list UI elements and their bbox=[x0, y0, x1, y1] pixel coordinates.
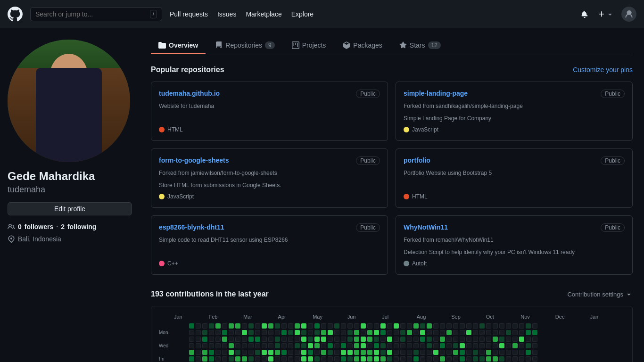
month-apr: Apr bbox=[278, 314, 313, 320]
lang-label-5: AutoIt bbox=[412, 260, 427, 267]
lang-dot-5 bbox=[404, 261, 409, 266]
new-item-button[interactable] bbox=[596, 8, 616, 20]
emoji-button[interactable]: 😊 bbox=[110, 142, 125, 157]
lang-dot-3 bbox=[404, 194, 409, 199]
popular-repos-header: Popular repositories Customize your pins bbox=[151, 66, 633, 74]
month-jan2: Jan bbox=[590, 314, 625, 320]
repo-name-5[interactable]: WhyNotWin11 bbox=[404, 223, 448, 231]
location-text: Bali, Indonesia bbox=[18, 235, 61, 243]
repo-lang-4: C++ bbox=[159, 260, 380, 267]
repo-name-2[interactable]: form-to-google-sheets bbox=[159, 156, 229, 164]
contrib-settings-label: Contribution settings bbox=[567, 291, 623, 298]
emoji-icon: 😊 bbox=[113, 146, 123, 155]
repo-fork-5: Forked from rcmaehl/WhyNotWin11 bbox=[404, 236, 625, 244]
month-nov: Nov bbox=[520, 314, 555, 320]
repo-visibility-0: Public bbox=[356, 90, 380, 98]
tab-repositories[interactable]: Repositories 9 bbox=[207, 38, 282, 54]
tab-repos-badge: 9 bbox=[265, 41, 275, 49]
repo-name-1[interactable]: simple-landing-page bbox=[404, 90, 468, 97]
repo-lang-1: JavaScript bbox=[404, 126, 625, 133]
lang-dot-2 bbox=[159, 194, 165, 199]
search-input[interactable] bbox=[35, 10, 146, 18]
month-jan1: Jan bbox=[174, 314, 209, 320]
tab-repos-label: Repositories bbox=[225, 41, 262, 49]
search-bar[interactable]: / bbox=[30, 7, 162, 21]
header-nav: Pull requests Issues Marketplace Explore bbox=[170, 10, 571, 18]
sidebar: 😊 Gede Mahardika tudemaha Edit profile 0… bbox=[0, 28, 140, 362]
contribution-graph: Jan Feb Mar Apr May Jun Jul Aug Sep Oct … bbox=[151, 306, 633, 362]
repo-card-0: tudemaha.github.io Public Website for tu… bbox=[151, 82, 388, 141]
tab-overview-label: Overview bbox=[169, 41, 198, 49]
lang-label-1: JavaScript bbox=[412, 126, 438, 133]
profile-tabs: Overview Repositories 9 Projects Packag bbox=[151, 38, 633, 54]
lang-label-3: HTML bbox=[412, 193, 428, 200]
repo-visibility-1: Public bbox=[601, 90, 625, 98]
followers-count: 0 bbox=[18, 223, 22, 230]
repo-grid: tudemaha.github.io Public Website for tu… bbox=[151, 82, 633, 275]
repo-lang-5: AutoIt bbox=[404, 260, 625, 267]
month-dec: Dec bbox=[555, 314, 590, 320]
contrib-months: Jan Feb Mar Apr May Jun Jul Aug Sep Oct … bbox=[159, 314, 625, 320]
repo-card-4: esp8266-blynk-dht11 Public Simple code t… bbox=[151, 215, 388, 275]
repo-card-1: simple-landing-page Public Forked from s… bbox=[396, 82, 633, 141]
month-mar: Mar bbox=[243, 314, 278, 320]
lang-label-4: C++ bbox=[167, 260, 178, 267]
followers-info: 0 followers · 2 following bbox=[8, 223, 132, 230]
repo-visibility-5: Public bbox=[601, 223, 625, 232]
repo-name-3[interactable]: portfolio bbox=[404, 156, 430, 164]
repo-desc-2: Store HTML form submissions in Google Sh… bbox=[159, 181, 380, 189]
followers-label: followers bbox=[25, 223, 53, 230]
repo-name-0[interactable]: tudemaha.github.io bbox=[159, 90, 220, 97]
lang-dot-0 bbox=[159, 127, 165, 132]
repo-name-4[interactable]: esp8266-blynk-dht11 bbox=[159, 223, 224, 231]
tab-stars[interactable]: Stars 12 bbox=[392, 38, 448, 54]
repo-lang-2: JavaScript bbox=[159, 193, 380, 200]
contributions-header: 193 contributions in the last year Contr… bbox=[151, 290, 633, 298]
lang-label-2: JavaScript bbox=[167, 193, 194, 200]
edit-profile-button[interactable]: Edit profile bbox=[8, 202, 132, 215]
repo-desc-4: Simple code to read DHT11 sensor using E… bbox=[159, 236, 380, 244]
profile-avatar: 😊 bbox=[8, 40, 130, 162]
tab-packages[interactable]: Packages bbox=[335, 38, 389, 54]
month-oct: Oct bbox=[486, 314, 521, 320]
month-jun: Jun bbox=[347, 314, 382, 320]
tab-projects[interactable]: Projects bbox=[284, 38, 334, 54]
following-count: 2 bbox=[61, 223, 65, 230]
repo-lang-3: HTML bbox=[404, 193, 625, 200]
repo-visibility-4: Public bbox=[356, 223, 380, 232]
contribution-settings-button[interactable]: Contribution settings bbox=[567, 290, 633, 298]
tab-overview[interactable]: Overview bbox=[151, 38, 206, 54]
profile-name: Gede Mahardika bbox=[8, 170, 132, 183]
repo-desc-3: Portfolio Website using Bootstrap 5 bbox=[404, 169, 625, 177]
month-sep: Sep bbox=[451, 314, 486, 320]
customize-pins-link[interactable]: Customize your pins bbox=[573, 66, 633, 74]
repo-desc-5: Detection Script to help identify why yo… bbox=[404, 248, 625, 256]
nav-explore[interactable]: Explore bbox=[291, 10, 314, 18]
popular-repos-title: Popular repositories bbox=[151, 66, 224, 74]
month-jul: Jul bbox=[382, 314, 417, 320]
month-may: May bbox=[313, 314, 347, 320]
tab-stars-label: Stars bbox=[410, 41, 425, 49]
month-feb: Feb bbox=[209, 314, 244, 320]
main-container: 😊 Gede Mahardika tudemaha Edit profile 0… bbox=[0, 28, 644, 362]
user-menu-button[interactable] bbox=[621, 7, 636, 22]
tab-projects-label: Projects bbox=[302, 41, 326, 49]
nav-issues[interactable]: Issues bbox=[217, 10, 236, 18]
nav-pull-requests[interactable]: Pull requests bbox=[170, 10, 208, 18]
repo-desc-1: Simple Landing Page for Company bbox=[404, 114, 625, 123]
repo-card-5: WhyNotWin11 Public Forked from rcmaehl/W… bbox=[396, 215, 633, 275]
month-aug: Aug bbox=[417, 314, 452, 320]
notifications-button[interactable] bbox=[579, 8, 590, 20]
header: / Pull requests Issues Marketplace Explo… bbox=[0, 0, 644, 28]
nav-marketplace[interactable]: Marketplace bbox=[246, 10, 281, 18]
repo-fork-1: Forked from sandhikagalih/simple-landing… bbox=[404, 102, 625, 110]
repo-fork-2: Forked from jamiewilson/form-to-google-s… bbox=[159, 169, 380, 177]
repo-card-3: portfolio Public Portfolio Website using… bbox=[396, 148, 633, 208]
lang-dot-1 bbox=[404, 127, 409, 132]
profile-username: tudemaha bbox=[8, 185, 132, 195]
following-label: following bbox=[67, 223, 96, 230]
main-content: Overview Repositories 9 Projects Packag bbox=[140, 28, 644, 362]
repo-visibility-3: Public bbox=[601, 156, 625, 165]
contrib-title: 193 contributions in the last year bbox=[151, 290, 269, 298]
github-logo[interactable] bbox=[8, 7, 23, 22]
